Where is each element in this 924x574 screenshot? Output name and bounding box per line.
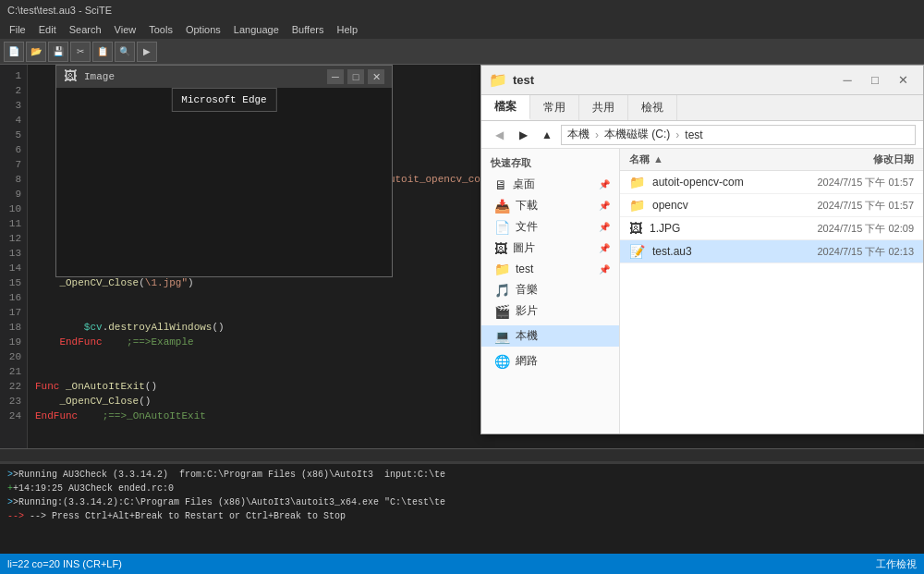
minimize-button[interactable]: ─ bbox=[327, 69, 344, 84]
ln-22: 22 bbox=[0, 379, 21, 394]
window-controls: ─ □ ✕ bbox=[327, 69, 384, 84]
fe-title-bar: 📁 test ─ □ ✕ bbox=[481, 66, 923, 95]
ribbon-tab-file[interactable]: 檔案 bbox=[481, 95, 530, 120]
h-scrollbar[interactable] bbox=[0, 448, 924, 461]
menu-language[interactable]: Language bbox=[228, 22, 285, 37]
nav-up-button[interactable]: ▲ bbox=[537, 125, 557, 145]
restore-button[interactable]: □ bbox=[347, 69, 364, 84]
path-test: test bbox=[685, 128, 702, 141]
file-row-au3[interactable]: 📝 test.au3 2024/7/15 下午 02:13 bbox=[620, 240, 923, 263]
menu-buffers[interactable]: Buffers bbox=[286, 22, 330, 37]
output-line-3: >>Running:(3.3.14.2):C:\Program Files (x… bbox=[7, 495, 917, 509]
ribbon-tab-view[interactable]: 檢視 bbox=[628, 95, 677, 120]
fe-minimize-button[interactable]: ─ bbox=[834, 69, 860, 92]
sidebar-item-this-pc[interactable]: 💻 本機 bbox=[481, 325, 619, 347]
path-sep-2: › bbox=[675, 128, 679, 141]
this-pc-label: 本機 bbox=[516, 328, 538, 344]
title-bar: C:\test\test.au3 - SciTE bbox=[0, 0, 924, 20]
fe-title-controls: ─ □ ✕ bbox=[834, 69, 916, 92]
network-section: 🌐 網路 bbox=[481, 350, 619, 372]
network-label: 網路 bbox=[516, 353, 538, 369]
toolbar-btn1[interactable]: ✂ bbox=[70, 42, 91, 62]
nav-forward-button[interactable]: ▶ bbox=[513, 125, 533, 145]
fe-restore-button[interactable]: □ bbox=[862, 69, 888, 92]
file-date-opencv: 2024/7/15 下午 01:57 bbox=[784, 199, 914, 213]
ln-19: 19 bbox=[0, 335, 21, 349]
folder-opencv-icon: 📁 bbox=[629, 198, 645, 213]
menu-file[interactable]: File bbox=[4, 22, 31, 37]
sidebar-item-test[interactable]: 📁 test 📌 bbox=[481, 259, 619, 279]
toolbar-btn2[interactable]: 📋 bbox=[92, 42, 113, 62]
ln-16: 16 bbox=[0, 290, 21, 305]
file-row-jpg[interactable]: 🖼 1.JPG 2024/7/15 下午 02:09 bbox=[620, 217, 923, 240]
pictures-icon: 🖼 bbox=[494, 241, 507, 256]
output-text-4: --> Press Ctrl+Alt+Break to Restart or C… bbox=[30, 511, 346, 521]
documents-icon: 📄 bbox=[494, 220, 510, 235]
toolbar-open[interactable]: 📂 bbox=[26, 42, 46, 62]
pin-icon-downloads: 📌 bbox=[599, 201, 610, 211]
ln-23: 23 bbox=[0, 394, 21, 409]
quick-access-header: 快速存取 bbox=[481, 153, 619, 174]
ribbon-tab-home[interactable]: 常用 bbox=[530, 95, 579, 120]
menu-edit[interactable]: Edit bbox=[33, 22, 62, 37]
output-text-1: >Running AU3Check (3.3.14.2) from:C:\Pro… bbox=[13, 470, 445, 480]
ln-11: 11 bbox=[0, 216, 21, 231]
menu-view[interactable]: View bbox=[109, 22, 142, 37]
menu-search[interactable]: Search bbox=[64, 22, 107, 37]
pin-icon-pictures: 📌 bbox=[599, 243, 610, 253]
ln-5: 5 bbox=[0, 128, 21, 142]
menu-tools[interactable]: Tools bbox=[143, 22, 178, 37]
file-row-opencv[interactable]: 📁 opencv 2024/7/15 下午 01:57 bbox=[620, 194, 923, 217]
pictures-label: 圖片 bbox=[513, 240, 535, 256]
editor-area: 1 2 3 4 5 6 7 8 9 10 11 12 13 14 15 16 1… bbox=[0, 65, 924, 554]
output-line-1: >>Running AU3Check (3.3.14.2) from:C:\Pr… bbox=[7, 468, 917, 482]
sidebar-item-videos[interactable]: 🎬 影片 bbox=[481, 300, 619, 322]
ln-17: 17 bbox=[0, 305, 21, 320]
sidebar-item-downloads[interactable]: 📥 下載 📌 bbox=[481, 195, 619, 216]
this-pc-section: 💻 本機 bbox=[481, 325, 619, 347]
quick-access-section: 快速存取 🖥 桌面 📌 📥 下載 📌 bbox=[481, 153, 619, 322]
fe-close-button[interactable]: ✕ bbox=[890, 69, 916, 92]
toolbar-run[interactable]: ▶ bbox=[137, 42, 157, 62]
col-date-header: 修改日期 bbox=[784, 153, 914, 166]
image-window: 🖼 Image ─ □ ✕ Microsoft Edge bbox=[55, 65, 393, 277]
ln-20: 20 bbox=[0, 349, 21, 364]
sidebar-item-music[interactable]: 🎵 音樂 bbox=[481, 279, 619, 300]
toolbar-new[interactable]: 📄 bbox=[4, 42, 24, 62]
file-date-jpg: 2024/7/15 下午 02:09 bbox=[784, 222, 914, 236]
close-button[interactable]: ✕ bbox=[368, 69, 384, 84]
file-row-autoit[interactable]: 📁 autoit-opencv-com 2024/7/15 下午 01:57 bbox=[620, 171, 923, 194]
col-name-header: 名稱▲ bbox=[629, 153, 784, 166]
line-numbers: 1 2 3 4 5 6 7 8 9 10 11 12 13 14 15 16 1… bbox=[0, 65, 28, 448]
menu-bar: File Edit Search View Tools Options Lang… bbox=[0, 20, 924, 39]
ln-24: 24 bbox=[0, 409, 21, 423]
toolbar-btn3[interactable]: 🔍 bbox=[115, 42, 135, 62]
au3-icon: 📝 bbox=[629, 244, 645, 259]
ln-1: 1 bbox=[0, 68, 21, 83]
file-name-opencv: opencv bbox=[652, 199, 784, 212]
this-pc-icon: 💻 bbox=[494, 329, 510, 344]
sidebar-item-network[interactable]: 🌐 網路 bbox=[481, 350, 619, 372]
toolbar-save[interactable]: 💾 bbox=[48, 42, 68, 62]
jpg-icon: 🖼 bbox=[629, 221, 642, 236]
sidebar-item-desktop[interactable]: 🖥 桌面 📌 bbox=[481, 174, 619, 195]
folder-autoit-icon: 📁 bbox=[629, 175, 645, 189]
tooltip-text: Microsoft Edge bbox=[181, 94, 266, 105]
menu-options[interactable]: Options bbox=[180, 22, 226, 37]
sidebar-item-pictures[interactable]: 🖼 圖片 📌 bbox=[481, 238, 619, 259]
ribbon-tab-share[interactable]: 共用 bbox=[579, 95, 628, 120]
address-path[interactable]: 本機 › 本機磁碟 (C:) › test bbox=[561, 125, 916, 145]
ln-6: 6 bbox=[0, 142, 21, 157]
file-name-autoit: autoit-opencv-com bbox=[652, 176, 784, 189]
file-list: 名稱▲ 修改日期 📁 autoit-opencv-com 2024/7/15 下… bbox=[620, 149, 923, 434]
menu-help[interactable]: Help bbox=[331, 22, 363, 37]
sidebar-item-documents[interactable]: 📄 文件 📌 bbox=[481, 216, 619, 238]
nav-back-button[interactable]: ◀ bbox=[489, 125, 509, 145]
videos-label: 影片 bbox=[516, 303, 538, 319]
ln-9: 9 bbox=[0, 187, 21, 202]
music-icon: 🎵 bbox=[494, 283, 510, 298]
music-label: 音樂 bbox=[516, 282, 538, 298]
ln-3: 3 bbox=[0, 98, 21, 113]
ln-7: 7 bbox=[0, 157, 21, 172]
ln-14: 14 bbox=[0, 261, 21, 275]
